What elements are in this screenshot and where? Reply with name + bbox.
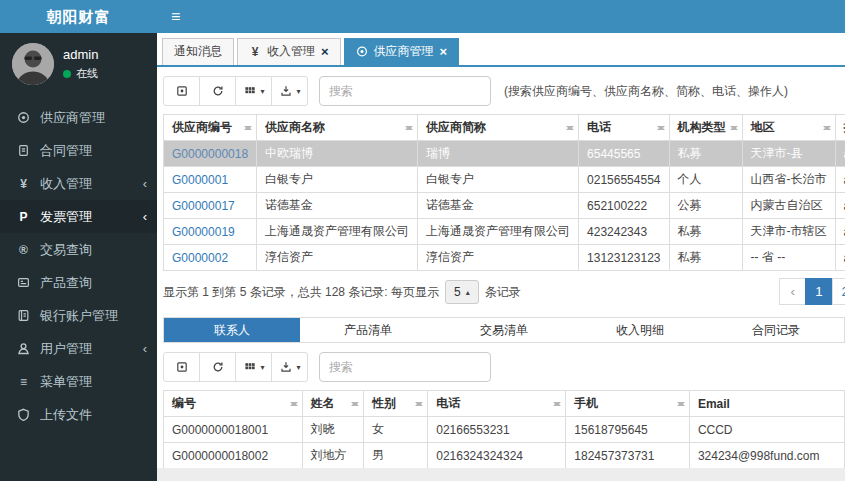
sort-arrows-icon[interactable] [730,121,738,135]
column-header[interactable]: 供应商编号 [164,115,257,141]
sort-arrows-icon[interactable] [405,121,413,135]
column-header-label: 性别 [372,396,396,410]
sidebar-item-menu-mgmt[interactable]: ≡菜单管理 [0,365,157,398]
column-header[interactable]: 编号 [164,391,303,417]
table-row[interactable]: G0000000018002刘地方男0216324324324182457373… [164,443,845,469]
row-link-cell[interactable]: G00000017 [164,193,257,219]
cell: 刘晓 [302,417,364,443]
row-link-cell[interactable]: G0000000018 [164,141,257,167]
sidebar-item-label: 发票管理 [40,208,92,226]
sidebar-item-trade-query[interactable]: ®交易查询 [0,233,157,266]
close-icon[interactable]: × [440,47,448,57]
user-icon [16,342,31,356]
column-header[interactable]: 性别 [364,391,428,417]
supplier-search-input[interactable] [319,76,491,106]
columns-button[interactable]: ▾ [235,76,272,106]
sidebar-item-bank-account[interactable]: 银行账户管理 [0,299,157,332]
page-size-button[interactable]: 5 ▴ [445,280,479,304]
tab-supplier[interactable]: 供应商管理× [344,38,460,65]
cell: admin [835,245,845,271]
tab-label: 通知消息 [174,43,222,60]
column-header[interactable]: 机构类型 [669,115,742,141]
cell: 个人 [669,167,742,193]
bullseye-icon [16,111,31,125]
contact-search-input[interactable] [319,352,491,382]
sort-arrows-icon[interactable] [553,397,561,411]
registered-icon: ® [16,243,31,257]
sort-arrows-icon[interactable] [351,397,359,411]
table-row[interactable]: G0000001白银专户白银专户02156554554个人山西省-长治市admi… [164,167,845,193]
table-row[interactable]: G0000002淳信资产淳信资产13123123123私募-- 省 --admi… [164,245,845,271]
refresh-button[interactable] [199,76,236,106]
column-header[interactable]: 电话 [579,115,669,141]
table-row[interactable]: G00000017诺德基金诺德基金652100222公募内蒙古自治区admin [164,193,845,219]
sidebar-item-label: 银行账户管理 [40,307,118,325]
column-header[interactable]: 电话 [428,391,566,417]
content: 通知消息¥收入管理×供应商管理× ▾▾ (搜索供应商编号、供应商名称、简称、电话… [157,33,845,481]
cell: 私募 [669,245,742,271]
toggle-button[interactable] [163,76,200,106]
yen-icon: ¥ [249,45,261,59]
sidebar-item-supplier[interactable]: 供应商管理 [0,101,157,134]
column-header[interactable]: 姓名 [302,391,364,417]
detail-tab-contracts[interactable]: 合同记录 [708,318,844,342]
column-header[interactable]: Email [689,391,844,417]
sort-arrows-icon[interactable] [566,121,574,135]
sidebar-item-invoice[interactable]: P发票管理‹ [0,200,157,233]
tab-notice[interactable]: 通知消息 [162,38,234,65]
columns-button[interactable]: ▾ [235,352,272,382]
row-link-cell[interactable]: G0000002 [164,245,257,271]
row-link-cell[interactable]: G00000019 [164,219,257,245]
sidebar-item-label: 菜单管理 [40,373,92,391]
sidebar-item-income[interactable]: ¥收入管理‹ [0,167,157,200]
table-row[interactable]: G0000000018001刘晓女0216655323115618795645C… [164,417,845,443]
page-buttons: ‹12 [780,278,845,305]
detail-tab-income[interactable]: 收入明细 [572,318,708,342]
column-header[interactable]: 操作人 [835,115,845,141]
page-button-page-1[interactable]: 1 [805,278,832,305]
toggle-button[interactable] [163,352,200,382]
table-row[interactable]: G0000000018中欧瑞博瑞博65445565私募天津市-县admin [164,141,845,167]
sort-arrows-icon[interactable] [415,397,423,411]
sort-arrows-icon[interactable] [290,397,298,411]
detail-tab-trades[interactable]: 交易清单 [436,318,572,342]
sidebar-item-label: 交易查询 [40,241,92,259]
sort-arrows-icon[interactable] [677,397,685,411]
page-button-page-2[interactable]: 2 [832,278,845,305]
column-header-label: 供应商编号 [172,120,232,134]
chevron-left-icon: ‹ [143,341,147,356]
sidebar-item-product-query[interactable]: 产品查询 [0,266,157,299]
row-link-cell[interactable]: G0000001 [164,167,257,193]
sidebar-item-user-mgmt[interactable]: 用户管理‹ [0,332,157,365]
column-header[interactable]: 供应商名称 [257,115,418,141]
online-dot-icon [63,70,71,78]
refresh-button[interactable] [199,352,236,382]
caret-down-icon: ▾ [296,363,300,372]
toggle-icon [174,84,189,98]
cell: 上海通晟资产管理有限公司 [257,219,418,245]
column-header[interactable]: 手机 [566,391,690,417]
column-header[interactable]: 供应商简称 [418,115,579,141]
cell: -- 省 -- [742,245,835,271]
sidebar-item-upload[interactable]: 上传文件 [0,398,157,431]
export-button[interactable]: ▾ [271,76,308,106]
export-button[interactable]: ▾ [271,352,308,382]
sort-arrows-icon[interactable] [657,121,665,135]
cell: 324234@998fund.com [689,443,844,469]
column-header[interactable]: 地区 [742,115,835,141]
tab-income[interactable]: ¥收入管理× [237,38,341,65]
hamburger-icon[interactable]: ≡ [157,0,194,33]
close-icon[interactable]: × [321,47,329,57]
sidebar-item-contract[interactable]: 合同管理 [0,134,157,167]
card-icon [16,276,31,290]
sort-arrows-icon[interactable] [823,121,831,135]
pagination-info: 显示第 1 到第 5 条记录，总共 128 条记录: 每页显示 [163,284,439,301]
sort-arrows-icon[interactable] [244,121,252,135]
detail-tab-products[interactable]: 产品清单 [300,318,436,342]
table-row[interactable]: G00000019上海通晟资产管理有限公司上海通晟资产管理有限公司4232423… [164,219,845,245]
cell: admin [835,141,845,167]
detail-tab-contacts[interactable]: 联系人 [164,318,300,342]
page-button-prev[interactable]: ‹ [779,278,806,305]
refresh-icon [210,360,225,374]
cell: 公募 [669,193,742,219]
